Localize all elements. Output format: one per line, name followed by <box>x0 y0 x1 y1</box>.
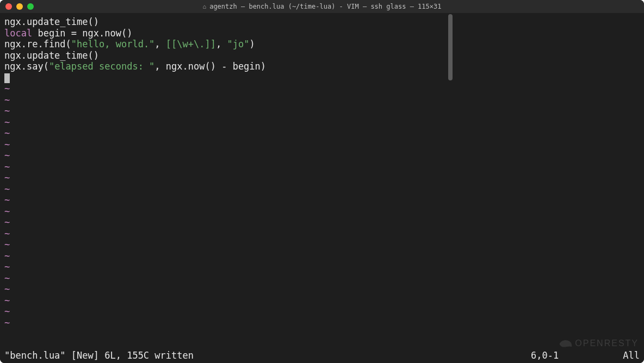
scrollbar-thumb[interactable] <box>448 14 453 80</box>
empty-line-tilde: ~ <box>4 261 640 273</box>
empty-line-tilde: ~ <box>4 95 640 106</box>
empty-line-tilde: ~ <box>4 295 640 306</box>
minimize-button[interactable] <box>16 3 23 10</box>
empty-line-tilde: ~ <box>4 117 640 128</box>
empty-line-tilde: ~ <box>4 172 640 184</box>
empty-line-tilde: ~ <box>4 273 640 284</box>
watermark-logo: OPENRESTY <box>559 338 639 349</box>
titlebar: ⌂ agentzh — bench.lua (~/time-lua) - VIM… <box>0 0 644 13</box>
empty-line-tilde: ~ <box>4 206 640 217</box>
code-line: ngx.update_time() <box>4 50 640 61</box>
code-line: ngx.update_time() <box>4 16 640 28</box>
code-line: ngx.say("elapsed seconds: ", ngx.now() -… <box>4 61 640 72</box>
window-title: ⌂ agentzh — bench.lua (~/time-lua) - VIM… <box>0 3 644 10</box>
bird-icon <box>559 338 573 349</box>
editor-area[interactable]: ngx.update_time()local begin = ngx.now()… <box>0 13 644 350</box>
scroll-indicator: All <box>607 350 640 361</box>
empty-line-tilde: ~ <box>4 83 640 95</box>
empty-line-tilde: ~ <box>4 195 640 206</box>
empty-line-tilde: ~ <box>4 284 640 295</box>
empty-line-tilde: ~ <box>4 251 640 262</box>
empty-line-tilde: ~ <box>4 150 640 161</box>
home-icon: ⌂ <box>203 3 207 10</box>
cursor-position: 6,0-1 <box>531 350 607 361</box>
empty-line-tilde: ~ <box>4 217 640 228</box>
cursor <box>4 73 10 83</box>
code-line: local begin = ngx.now() <box>4 28 640 39</box>
empty-line-tilde: ~ <box>4 161 640 173</box>
empty-line-tilde: ~ <box>4 184 640 195</box>
status-message: "bench.lua" [New] 6L, 155C written <box>4 350 531 361</box>
empty-line-tilde: ~ <box>4 317 640 329</box>
maximize-button[interactable] <box>27 3 34 10</box>
empty-line-tilde: ~ <box>4 105 640 117</box>
watermark-text: OPENRESTY <box>575 339 639 348</box>
empty-line-tilde: ~ <box>4 228 640 240</box>
window-controls <box>5 3 34 10</box>
title-label: agentzh — bench.lua (~/time-lua) - VIM —… <box>209 3 441 10</box>
cursor-line <box>4 72 640 84</box>
empty-line-tilde: ~ <box>4 128 640 139</box>
code-line: ngx.re.find("hello, world.", [[\w+\.]], … <box>4 39 640 50</box>
empty-line-tilde: ~ <box>4 239 640 251</box>
close-button[interactable] <box>5 3 12 10</box>
empty-line-tilde: ~ <box>4 139 640 151</box>
empty-line-tilde: ~ <box>4 306 640 317</box>
vim-statusbar: "bench.lua" [New] 6L, 155C written 6,0-1… <box>0 350 644 363</box>
terminal-window: ⌂ agentzh — bench.lua (~/time-lua) - VIM… <box>0 0 644 363</box>
